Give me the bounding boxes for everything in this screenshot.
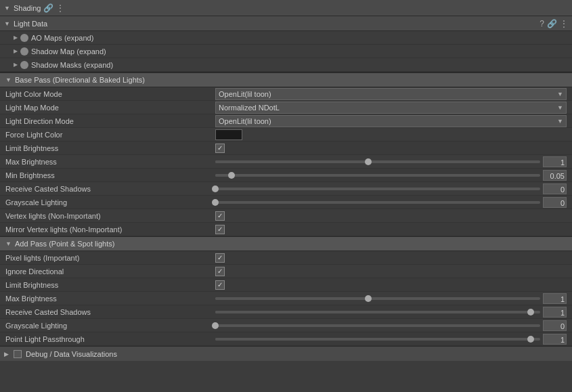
- min-brightness-label: Min Brightness: [5, 171, 215, 179]
- base-pass-section: Base Pass (Directional & Baked Lights) L…: [0, 72, 572, 236]
- point-light-passthrough-label: Point Light Passthrough: [5, 335, 215, 343]
- limit-brightness-add-label: Limit Brightness: [5, 281, 215, 289]
- shading-title: Shading: [14, 4, 41, 12]
- receive-casted-shadows-track[interactable]: [215, 188, 540, 190]
- light-map-mode-dropdown[interactable]: Normalized NDotL ▼: [215, 102, 567, 114]
- receive-casted-shadows-add-label: Receive Casted Shadows: [5, 308, 215, 316]
- debug-label: Debug / Data Visualizations: [26, 350, 117, 358]
- receive-casted-shadows-add-thumb[interactable]: [527, 309, 534, 315]
- force-light-color-label: Force Light Color: [5, 131, 215, 139]
- shading-menu-icon[interactable]: ⋮: [56, 3, 64, 13]
- vertex-lights-checkbox[interactable]: [215, 211, 225, 221]
- max-brightness-add-row: Max Brightness 1: [0, 292, 572, 305]
- limit-brightness-add-checkbox[interactable]: [215, 280, 225, 290]
- max-brightness-fill: [215, 160, 368, 163]
- grayscale-lighting-track[interactable]: [215, 201, 540, 204]
- max-brightness-track[interactable]: [215, 160, 540, 163]
- max-brightness-add-label: Max Brightness: [5, 295, 215, 303]
- min-brightness-row: Min Brightness 0.05: [0, 169, 572, 182]
- grayscale-lighting-display[interactable]: 0: [543, 197, 567, 208]
- min-brightness-display[interactable]: 0.05: [543, 170, 567, 181]
- grayscale-lighting-label: Grayscale Lighting: [5, 198, 215, 206]
- light-data-menu-icon[interactable]: ⋮: [560, 19, 568, 28]
- max-brightness-thumb[interactable]: [365, 158, 372, 165]
- base-pass-header: Base Pass (Directional & Baked Lights): [0, 72, 572, 87]
- shading-link-icon[interactable]: 🔗: [43, 3, 53, 13]
- shadow-map-triangle[interactable]: ▶: [14, 48, 20, 54]
- ao-maps-icon: [20, 34, 28, 42]
- light-map-mode-row: Light Map Mode Normalized NDotL ▼: [0, 101, 572, 114]
- light-data-title: Light Data: [14, 20, 537, 28]
- limit-brightness-label: Limit Brightness: [5, 144, 215, 152]
- receive-casted-shadows-thumb[interactable]: [212, 186, 219, 192]
- receive-casted-shadows-add-value: 1: [215, 307, 567, 318]
- point-light-passthrough-value: 1: [215, 334, 567, 345]
- receive-casted-shadows-display[interactable]: 0: [543, 183, 567, 194]
- vertex-lights-row: Vertex lights (Non-Important): [0, 209, 572, 223]
- add-pass-triangle[interactable]: [5, 240, 12, 247]
- vertex-lights-label: Vertex lights (Non-Important): [5, 212, 215, 220]
- light-direction-mode-dropdown[interactable]: OpenLit(lil toon) ▼: [215, 115, 567, 127]
- vertex-lights-value: [215, 211, 567, 221]
- light-data-link-icon[interactable]: 🔗: [547, 19, 557, 28]
- point-light-passthrough-row: Point Light Passthrough 1: [0, 332, 572, 346]
- ignore-directional-checkbox[interactable]: [215, 267, 225, 276]
- light-data-collapse-triangle[interactable]: [4, 20, 11, 27]
- limit-brightness-row: Limit Brightness: [0, 141, 572, 155]
- mirror-vertex-lights-checkbox[interactable]: [215, 225, 225, 234]
- pixel-lights-row: Pixel lights (Important): [0, 251, 572, 265]
- mirror-vertex-lights-value: [215, 225, 567, 234]
- grayscale-lighting-add-container: 0: [215, 320, 567, 331]
- light-data-header: Light Data ? 🔗 ⋮: [0, 16, 572, 31]
- add-pass-header: Add Pass (Point & Spot lights): [0, 236, 572, 251]
- point-light-passthrough-thumb[interactable]: [527, 336, 534, 343]
- grayscale-lighting-thumb[interactable]: [212, 199, 219, 206]
- ignore-directional-row: Ignore Directional: [0, 265, 572, 278]
- point-light-passthrough-container: 1: [215, 334, 567, 345]
- debug-checkbox[interactable]: [14, 350, 22, 358]
- light-color-mode-dropdown[interactable]: OpenLit(lil toon) ▼: [215, 88, 567, 100]
- receive-casted-shadows-add-track[interactable]: [215, 311, 540, 313]
- light-data-section: Light Data ? 🔗 ⋮ ▶ AO Maps (expand) ▶ Sh…: [0, 16, 572, 72]
- grayscale-lighting-add-display[interactable]: 0: [543, 320, 567, 331]
- max-brightness-add-track[interactable]: [215, 297, 540, 300]
- light-color-mode-row: Light Color Mode OpenLit(lil toon) ▼: [0, 87, 572, 101]
- limit-brightness-value: [215, 144, 567, 153]
- shadow-map-item: ▶ Shadow Map (expand): [0, 45, 572, 58]
- shadow-masks-triangle[interactable]: ▶: [14, 62, 20, 68]
- min-brightness-value: 0.05: [215, 170, 567, 181]
- max-brightness-add-thumb[interactable]: [365, 295, 372, 302]
- debug-triangle[interactable]: [4, 351, 11, 357]
- shadow-masks-icon: [20, 61, 28, 69]
- max-brightness-add-display[interactable]: 1: [543, 293, 567, 304]
- debug-section: Debug / Data Visualizations: [0, 346, 572, 361]
- pixel-lights-checkbox[interactable]: [215, 253, 225, 263]
- force-light-color-swatch[interactable]: [215, 129, 242, 140]
- receive-casted-shadows-row: Receive Casted Shadows 0: [0, 182, 572, 196]
- light-map-mode-value: Normalized NDotL ▼: [215, 102, 567, 114]
- light-direction-mode-value: OpenLit(lil toon) ▼: [215, 115, 567, 127]
- ignore-directional-label: Ignore Directional: [5, 267, 215, 276]
- point-light-passthrough-track[interactable]: [215, 338, 540, 341]
- shadow-masks-item: ▶ Shadow Masks (expand): [0, 58, 572, 72]
- shadow-map-label: Shadow Map (expand): [31, 47, 106, 56]
- main-panel: Shading 🔗 ⋮ Light Data ? 🔗 ⋮ ▶ AO Maps (…: [0, 0, 572, 361]
- base-pass-title: Base Pass (Directional & Baked Lights): [15, 76, 145, 84]
- grayscale-lighting-add-thumb[interactable]: [212, 322, 219, 329]
- grayscale-lighting-add-track[interactable]: [215, 324, 540, 327]
- min-brightness-track[interactable]: [215, 174, 540, 177]
- base-pass-triangle[interactable]: [5, 77, 12, 83]
- limit-brightness-checkbox[interactable]: [215, 144, 225, 153]
- receive-casted-shadows-add-display[interactable]: 1: [543, 307, 567, 318]
- shading-header: Shading 🔗 ⋮: [0, 0, 572, 16]
- shading-collapse-triangle[interactable]: [4, 5, 11, 12]
- min-brightness-thumb[interactable]: [228, 172, 235, 179]
- ao-maps-triangle[interactable]: ▶: [14, 35, 20, 41]
- light-map-mode-dropdown-text: Normalized NDotL: [219, 104, 280, 112]
- light-data-help-icon[interactable]: ?: [540, 19, 544, 28]
- max-brightness-display[interactable]: 1: [543, 156, 567, 167]
- point-light-passthrough-display[interactable]: 1: [543, 334, 567, 345]
- grayscale-lighting-slider-container: 0: [215, 197, 567, 208]
- receive-casted-shadows-add-fill: [215, 311, 531, 313]
- max-brightness-add-fill: [215, 297, 368, 300]
